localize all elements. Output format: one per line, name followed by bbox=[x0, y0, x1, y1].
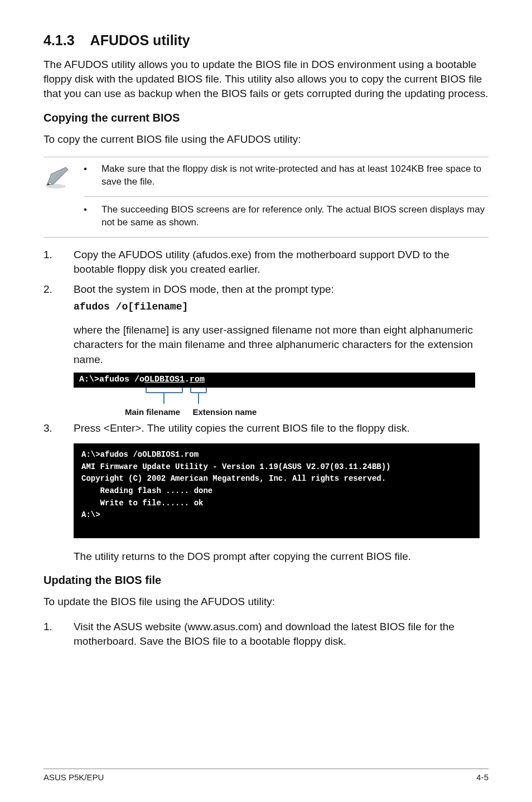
section-title: AFUDOS utility bbox=[90, 32, 190, 49]
diagram-prompt: A:\>afudos /o bbox=[79, 375, 144, 384]
diagram-dot: . bbox=[185, 375, 190, 384]
step-3: 3. Press <Enter>. The utility copies the… bbox=[43, 421, 489, 436]
update-lead: To update the BIOS file using the AFUDOS… bbox=[43, 595, 489, 609]
step-2: 2. Boot the system in DOS mode, then at … bbox=[43, 282, 489, 367]
update-step-1: 1. Visit the ASUS website (www.asus.com)… bbox=[43, 620, 489, 649]
bullet-icon: • bbox=[84, 204, 87, 229]
step-text: Boot the system in DOS mode, then at the… bbox=[74, 283, 334, 295]
after-terminal-text: The utility returns to the DOS prompt af… bbox=[74, 549, 489, 564]
diagram-labels: Main filename Extension name bbox=[74, 407, 489, 417]
filename-diagram: A:\>afudos /oOLDBIOS1.rom Main filename … bbox=[74, 373, 489, 417]
step-text: Visit the ASUS website (www.asus.com) an… bbox=[74, 620, 489, 649]
note-items: • Make sure that the floppy disk is not … bbox=[84, 163, 489, 229]
note-item: • Make sure that the floppy disk is not … bbox=[84, 163, 489, 189]
diagram-main: OLDBIOS1 bbox=[144, 375, 185, 384]
step-1: 1. Copy the AFUDOS utility (afudos.exe) … bbox=[43, 248, 489, 277]
diagram-connectors-icon bbox=[74, 387, 475, 406]
step-content: Boot the system in DOS mode, then at the… bbox=[74, 282, 489, 367]
copy-heading: Copying the current BIOS bbox=[43, 112, 489, 124]
footer-right: 4-5 bbox=[476, 772, 489, 782]
step-text: Press <Enter>. The utility copies the cu… bbox=[74, 421, 489, 436]
main-filename-label: Main filename bbox=[125, 407, 180, 417]
step-number: 1. bbox=[43, 620, 57, 649]
pencil-note-icon bbox=[43, 163, 70, 193]
note-divider bbox=[84, 196, 489, 197]
page-footer: ASUS P5K/EPU 4-5 bbox=[43, 769, 489, 782]
section-heading: 4.1.3 AFUDOS utility bbox=[43, 32, 489, 49]
update-heading: Updating the BIOS file bbox=[43, 574, 489, 587]
step-number: 2. bbox=[43, 282, 57, 367]
note-text: The succeeding BIOS screens are for refe… bbox=[101, 204, 489, 229]
page: 4.1.3 AFUDOS utility The AFUDOS utility … bbox=[0, 0, 532, 802]
terminal-output: A:\>afudos /oOLDBIOS1.rom AMI Firmware U… bbox=[74, 443, 480, 538]
section-number: 4.1.3 bbox=[43, 32, 75, 49]
note-item: • The succeeding BIOS screens are for re… bbox=[84, 204, 489, 229]
step-number: 1. bbox=[43, 248, 57, 277]
diagram-ext: rom bbox=[190, 375, 205, 384]
step-explain: where the [filename] is any user-assigne… bbox=[74, 323, 489, 367]
code-command: afudos /o[filename] bbox=[74, 300, 489, 314]
note-block: • Make sure that the floppy disk is not … bbox=[43, 157, 489, 238]
extension-name-label: Extension name bbox=[192, 407, 257, 417]
step-text: Copy the AFUDOS utility (afudos.exe) fro… bbox=[74, 248, 489, 277]
intro-paragraph: The AFUDOS utility allows you to update … bbox=[43, 57, 489, 102]
note-text: Make sure that the floppy disk is not wr… bbox=[101, 163, 489, 189]
step-number: 3. bbox=[43, 421, 57, 436]
footer-left: ASUS P5K/EPU bbox=[43, 772, 104, 782]
diagram-code-bar: A:\>afudos /oOLDBIOS1.rom bbox=[74, 373, 475, 388]
bullet-icon: • bbox=[84, 163, 87, 189]
copy-lead: To copy the current BIOS file using the … bbox=[43, 132, 489, 147]
